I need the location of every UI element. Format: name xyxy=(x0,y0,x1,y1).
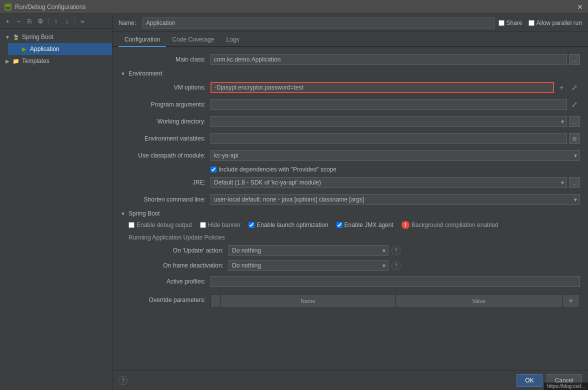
vm-options-maximize-btn[interactable]: ⤢ xyxy=(569,82,580,93)
toolbar-separator-2 xyxy=(74,18,75,25)
on-update-label: On 'Update' action: xyxy=(128,247,228,254)
spring-boot-icon: 🍃 xyxy=(12,33,20,41)
tab-code-coverage[interactable]: Code Coverage xyxy=(166,34,220,47)
program-args-wrap: ⤢ xyxy=(210,99,580,110)
shorten-cmd-wrap: user-local default: none - java [options… xyxy=(210,194,580,205)
settings-button[interactable]: ⚙ xyxy=(36,17,45,26)
hide-banner-label[interactable]: Hide banner xyxy=(200,222,240,228)
check-col-header xyxy=(211,294,221,308)
warning-icon: ! xyxy=(402,221,410,229)
tab-configuration[interactable]: Configuration xyxy=(118,34,166,47)
share-checkbox-label[interactable]: Share xyxy=(498,20,522,26)
toolbar-separator xyxy=(48,18,48,25)
shorten-cmd-label: Shorten command line: xyxy=(120,196,210,203)
sidebar-item-spring-boot[interactable]: ▼ 🍃 Spring Boot xyxy=(0,31,112,43)
jre-select-wrap: Default (1.8 - SDK of 'kc-ya-api' module… xyxy=(210,177,567,188)
copy-config-button[interactable]: ⎘ xyxy=(25,17,34,26)
program-args-expand-btn[interactable]: ⤢ xyxy=(569,99,580,110)
env-vars-input[interactable] xyxy=(210,133,567,144)
on-frame-row: On frame deactivation: Do nothing Update… xyxy=(128,260,580,271)
spring-section-title: Spring Boot xyxy=(128,210,160,217)
classpath-select[interactable]: kc-ya-api xyxy=(210,150,580,161)
spring-section-toggle[interactable]: ▼ xyxy=(120,211,126,216)
name-input[interactable] xyxy=(142,18,494,28)
svg-rect-1 xyxy=(6,5,10,6)
debug-output-label[interactable]: Enable debug output xyxy=(128,222,192,228)
app-icon: ▶ xyxy=(20,45,28,53)
working-dir-input[interactable] xyxy=(210,116,567,127)
classpath-wrap: kc-ya-api ▼ xyxy=(210,150,580,161)
templates-label: Templates xyxy=(22,58,50,64)
hide-banner-checkbox[interactable] xyxy=(200,222,206,228)
on-frame-select[interactable]: Do nothing Update classes and resources … xyxy=(228,260,388,271)
working-dir-label: Working directory: xyxy=(120,118,210,125)
parallel-checkbox[interactable] xyxy=(528,20,534,26)
active-profiles-wrap xyxy=(210,276,580,287)
add-col-header: + xyxy=(562,294,580,308)
spring-section-header: ▼ Spring Boot xyxy=(120,210,580,217)
name-label: Name: xyxy=(118,20,138,26)
shorten-cmd-select[interactable]: user-local default: none - java [options… xyxy=(210,194,580,205)
working-dir-browse-btn[interactable]: ... xyxy=(569,116,580,127)
launch-optimization-label[interactable]: Enable launch optimization xyxy=(248,222,328,228)
spring-boot-label: Spring Boot xyxy=(22,34,54,40)
jre-label: JRE: xyxy=(120,179,210,186)
parallel-checkbox-label[interactable]: Allow parallel run xyxy=(528,20,582,26)
share-checkbox[interactable] xyxy=(498,20,504,26)
sidebar-item-templates[interactable]: ▶ 📁 Templates xyxy=(0,55,112,67)
jmx-agent-checkbox[interactable] xyxy=(336,222,342,228)
more-button[interactable]: » xyxy=(78,17,87,26)
vm-options-expand-btn[interactable]: + xyxy=(556,82,567,93)
active-profiles-input[interactable] xyxy=(210,276,580,287)
working-dir-row: Working directory: ▼ ... xyxy=(120,115,580,128)
env-vars-label: Environment variables: xyxy=(120,135,210,142)
include-deps-checkbox[interactable] xyxy=(210,166,216,172)
ok-button[interactable]: OK xyxy=(516,374,542,387)
shorten-cmd-select-wrap: user-local default: none - java [options… xyxy=(210,194,580,205)
on-update-help-btn[interactable]: ? xyxy=(392,246,400,255)
sidebar: + − ⎘ ⚙ ↑ ↓ » ▼ 🍃 Spring Boot ▶ Applicat… xyxy=(0,14,112,390)
add-param-btn[interactable]: + xyxy=(566,296,576,306)
main-class-browse-btn[interactable]: ... xyxy=(569,54,580,65)
bottom-left: ? xyxy=(118,376,128,385)
templates-expand-icon: ▶ xyxy=(4,58,11,64)
add-config-button[interactable]: + xyxy=(3,17,12,26)
program-args-input[interactable] xyxy=(210,99,567,110)
remove-config-button[interactable]: − xyxy=(14,17,23,26)
env-vars-browse-btn[interactable]: ⊞ xyxy=(569,133,580,144)
close-button[interactable]: ✕ xyxy=(576,3,584,11)
environment-toggle[interactable]: ▼ xyxy=(120,71,126,76)
jre-wrap: Default (1.8 - SDK of 'kc-ya-api' module… xyxy=(210,177,580,188)
jre-browse-btn[interactable]: ... xyxy=(569,177,580,188)
jre-select[interactable]: Default (1.8 - SDK of 'kc-ya-api' module… xyxy=(210,177,567,188)
tab-logs[interactable]: Logs xyxy=(220,34,245,47)
environment-section-header: ▼ Environment xyxy=(120,70,580,77)
application-label: Application xyxy=(30,46,60,52)
right-panel: Name: Share Allow parallel run Configura… xyxy=(112,14,588,390)
window-icon xyxy=(4,3,12,11)
classpath-select-wrap: kc-ya-api ▼ xyxy=(210,150,580,161)
working-dir-wrap: ▼ ... xyxy=(210,116,580,127)
vm-options-input[interactable] xyxy=(210,82,554,93)
sidebar-toolbar: + − ⎘ ⚙ ↑ ↓ » xyxy=(0,14,112,29)
active-profiles-row: Active profiles: xyxy=(120,275,580,288)
on-update-select[interactable]: Do nothing Update classes and resources … xyxy=(228,245,388,256)
on-update-row: On 'Update' action: Do nothing Update cl… xyxy=(128,245,580,256)
main-class-input[interactable] xyxy=(210,54,567,65)
watermark: https://blog.csd... xyxy=(544,382,588,390)
launch-optimization-checkbox[interactable] xyxy=(248,222,254,228)
help-button[interactable]: ? xyxy=(118,376,128,385)
on-frame-help-btn[interactable]: ? xyxy=(392,261,400,270)
on-frame-label: On frame deactivation: xyxy=(128,262,228,269)
environment-title: Environment xyxy=(128,70,162,77)
jmx-agent-label[interactable]: Enable JMX agent xyxy=(336,222,394,228)
active-profiles-label: Active profiles: xyxy=(120,278,210,285)
sidebar-item-application[interactable]: ▶ Application xyxy=(8,43,112,55)
sidebar-tree: ▼ 🍃 Spring Boot ▶ Application ▶ 📁 Templa… xyxy=(0,29,112,390)
include-deps-label[interactable]: Include dependencies with "Provided" sco… xyxy=(210,166,336,173)
spring-boot-section: ▼ Spring Boot Enable debug output Hide b… xyxy=(120,210,580,271)
svg-rect-0 xyxy=(5,4,11,10)
move-down-button[interactable]: ↓ xyxy=(62,17,72,26)
debug-output-checkbox[interactable] xyxy=(128,222,134,228)
move-up-button[interactable]: ↑ xyxy=(52,17,60,26)
